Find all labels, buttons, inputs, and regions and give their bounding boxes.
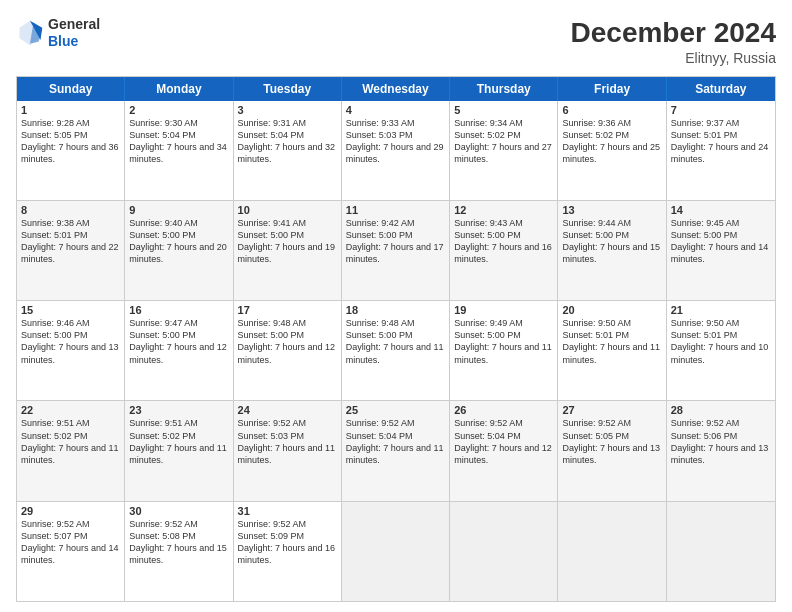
weekday-header-saturday: Saturday — [667, 77, 775, 101]
day-cell-2: 2Sunrise: 9:30 AMSunset: 5:04 PMDaylight… — [125, 101, 233, 200]
day-cell-1: 1Sunrise: 9:28 AMSunset: 5:05 PMDaylight… — [17, 101, 125, 200]
logo-icon — [16, 19, 44, 47]
day-cell-29: 29Sunrise: 9:52 AMSunset: 5:07 PMDayligh… — [17, 502, 125, 601]
day-cell-21: 21Sunrise: 9:50 AMSunset: 5:01 PMDayligh… — [667, 301, 775, 400]
day-info: Sunrise: 9:52 AMSunset: 5:04 PMDaylight:… — [454, 417, 553, 466]
calendar-row-2: 8Sunrise: 9:38 AMSunset: 5:01 PMDaylight… — [17, 200, 775, 300]
day-info: Sunrise: 9:41 AMSunset: 5:00 PMDaylight:… — [238, 217, 337, 266]
day-info: Sunrise: 9:52 AMSunset: 5:09 PMDaylight:… — [238, 518, 337, 567]
day-cell-12: 12Sunrise: 9:43 AMSunset: 5:00 PMDayligh… — [450, 201, 558, 300]
day-number: 14 — [671, 204, 771, 216]
empty-cell — [450, 502, 558, 601]
calendar-row-1: 1Sunrise: 9:28 AMSunset: 5:05 PMDaylight… — [17, 101, 775, 200]
day-info: Sunrise: 9:30 AMSunset: 5:04 PMDaylight:… — [129, 117, 228, 166]
header: General Blue December 2024 Elitnyy, Russ… — [16, 16, 776, 66]
day-number: 17 — [238, 304, 337, 316]
day-info: Sunrise: 9:50 AMSunset: 5:01 PMDaylight:… — [671, 317, 771, 366]
calendar-row-3: 15Sunrise: 9:46 AMSunset: 5:00 PMDayligh… — [17, 300, 775, 400]
day-cell-16: 16Sunrise: 9:47 AMSunset: 5:00 PMDayligh… — [125, 301, 233, 400]
calendar-row-4: 22Sunrise: 9:51 AMSunset: 5:02 PMDayligh… — [17, 400, 775, 500]
day-cell-4: 4Sunrise: 9:33 AMSunset: 5:03 PMDaylight… — [342, 101, 450, 200]
day-number: 13 — [562, 204, 661, 216]
day-number: 8 — [21, 204, 120, 216]
logo-general: General — [48, 16, 100, 32]
logo-blue: Blue — [48, 33, 78, 49]
day-number: 16 — [129, 304, 228, 316]
day-cell-9: 9Sunrise: 9:40 AMSunset: 5:00 PMDaylight… — [125, 201, 233, 300]
day-number: 7 — [671, 104, 771, 116]
day-number: 9 — [129, 204, 228, 216]
day-cell-7: 7Sunrise: 9:37 AMSunset: 5:01 PMDaylight… — [667, 101, 775, 200]
month-title: December 2024 — [571, 16, 776, 50]
day-cell-24: 24Sunrise: 9:52 AMSunset: 5:03 PMDayligh… — [234, 401, 342, 500]
weekday-header-thursday: Thursday — [450, 77, 558, 101]
day-number: 26 — [454, 404, 553, 416]
calendar-row-5: 29Sunrise: 9:52 AMSunset: 5:07 PMDayligh… — [17, 501, 775, 601]
day-info: Sunrise: 9:44 AMSunset: 5:00 PMDaylight:… — [562, 217, 661, 266]
day-number: 2 — [129, 104, 228, 116]
day-info: Sunrise: 9:49 AMSunset: 5:00 PMDaylight:… — [454, 317, 553, 366]
title-block: December 2024 Elitnyy, Russia — [571, 16, 776, 66]
day-cell-31: 31Sunrise: 9:52 AMSunset: 5:09 PMDayligh… — [234, 502, 342, 601]
day-number: 23 — [129, 404, 228, 416]
day-cell-10: 10Sunrise: 9:41 AMSunset: 5:00 PMDayligh… — [234, 201, 342, 300]
day-cell-22: 22Sunrise: 9:51 AMSunset: 5:02 PMDayligh… — [17, 401, 125, 500]
day-number: 30 — [129, 505, 228, 517]
day-number: 5 — [454, 104, 553, 116]
day-number: 24 — [238, 404, 337, 416]
empty-cell — [667, 502, 775, 601]
day-info: Sunrise: 9:46 AMSunset: 5:00 PMDaylight:… — [21, 317, 120, 366]
day-info: Sunrise: 9:52 AMSunset: 5:08 PMDaylight:… — [129, 518, 228, 567]
day-info: Sunrise: 9:42 AMSunset: 5:00 PMDaylight:… — [346, 217, 445, 266]
day-cell-13: 13Sunrise: 9:44 AMSunset: 5:00 PMDayligh… — [558, 201, 666, 300]
page: General Blue December 2024 Elitnyy, Russ… — [0, 0, 792, 612]
day-cell-6: 6Sunrise: 9:36 AMSunset: 5:02 PMDaylight… — [558, 101, 666, 200]
day-number: 3 — [238, 104, 337, 116]
weekday-header-friday: Friday — [558, 77, 666, 101]
calendar-header: SundayMondayTuesdayWednesdayThursdayFrid… — [17, 77, 775, 101]
day-info: Sunrise: 9:45 AMSunset: 5:00 PMDaylight:… — [671, 217, 771, 266]
day-info: Sunrise: 9:36 AMSunset: 5:02 PMDaylight:… — [562, 117, 661, 166]
day-number: 22 — [21, 404, 120, 416]
day-info: Sunrise: 9:52 AMSunset: 5:07 PMDaylight:… — [21, 518, 120, 567]
day-cell-8: 8Sunrise: 9:38 AMSunset: 5:01 PMDaylight… — [17, 201, 125, 300]
calendar-body: 1Sunrise: 9:28 AMSunset: 5:05 PMDaylight… — [17, 101, 775, 601]
location: Elitnyy, Russia — [571, 50, 776, 66]
day-number: 21 — [671, 304, 771, 316]
day-info: Sunrise: 9:52 AMSunset: 5:06 PMDaylight:… — [671, 417, 771, 466]
weekday-header-monday: Monday — [125, 77, 233, 101]
day-number: 11 — [346, 204, 445, 216]
day-cell-17: 17Sunrise: 9:48 AMSunset: 5:00 PMDayligh… — [234, 301, 342, 400]
weekday-header-wednesday: Wednesday — [342, 77, 450, 101]
day-info: Sunrise: 9:38 AMSunset: 5:01 PMDaylight:… — [21, 217, 120, 266]
day-info: Sunrise: 9:43 AMSunset: 5:00 PMDaylight:… — [454, 217, 553, 266]
logo: General Blue — [16, 16, 100, 50]
day-cell-18: 18Sunrise: 9:48 AMSunset: 5:00 PMDayligh… — [342, 301, 450, 400]
day-info: Sunrise: 9:47 AMSunset: 5:00 PMDaylight:… — [129, 317, 228, 366]
day-cell-11: 11Sunrise: 9:42 AMSunset: 5:00 PMDayligh… — [342, 201, 450, 300]
day-number: 12 — [454, 204, 553, 216]
day-number: 18 — [346, 304, 445, 316]
day-cell-5: 5Sunrise: 9:34 AMSunset: 5:02 PMDaylight… — [450, 101, 558, 200]
day-cell-27: 27Sunrise: 9:52 AMSunset: 5:05 PMDayligh… — [558, 401, 666, 500]
day-number: 19 — [454, 304, 553, 316]
day-number: 25 — [346, 404, 445, 416]
day-number: 1 — [21, 104, 120, 116]
empty-cell — [558, 502, 666, 601]
day-cell-26: 26Sunrise: 9:52 AMSunset: 5:04 PMDayligh… — [450, 401, 558, 500]
empty-cell — [342, 502, 450, 601]
day-info: Sunrise: 9:33 AMSunset: 5:03 PMDaylight:… — [346, 117, 445, 166]
day-number: 6 — [562, 104, 661, 116]
day-info: Sunrise: 9:50 AMSunset: 5:01 PMDaylight:… — [562, 317, 661, 366]
day-info: Sunrise: 9:48 AMSunset: 5:00 PMDaylight:… — [238, 317, 337, 366]
day-number: 20 — [562, 304, 661, 316]
day-cell-30: 30Sunrise: 9:52 AMSunset: 5:08 PMDayligh… — [125, 502, 233, 601]
logo-text: General Blue — [48, 16, 100, 50]
day-info: Sunrise: 9:40 AMSunset: 5:00 PMDaylight:… — [129, 217, 228, 266]
day-number: 29 — [21, 505, 120, 517]
day-info: Sunrise: 9:52 AMSunset: 5:04 PMDaylight:… — [346, 417, 445, 466]
day-cell-28: 28Sunrise: 9:52 AMSunset: 5:06 PMDayligh… — [667, 401, 775, 500]
day-info: Sunrise: 9:37 AMSunset: 5:01 PMDaylight:… — [671, 117, 771, 166]
day-info: Sunrise: 9:31 AMSunset: 5:04 PMDaylight:… — [238, 117, 337, 166]
day-cell-23: 23Sunrise: 9:51 AMSunset: 5:02 PMDayligh… — [125, 401, 233, 500]
